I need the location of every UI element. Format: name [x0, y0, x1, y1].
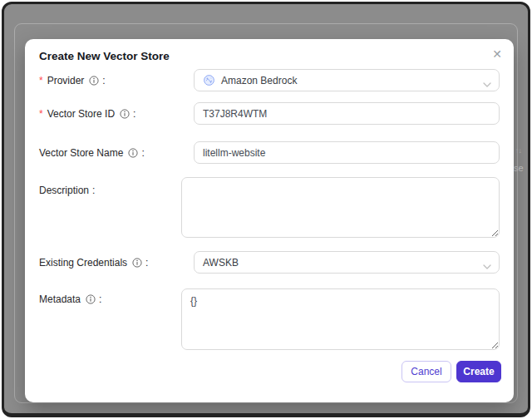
dimmed-browser-window: ↑↓ se Create New Vector Store ✕ * Provid… — [2, 2, 530, 417]
modal-title: Create New Vector Store — [39, 50, 170, 62]
label-colon: : — [99, 293, 101, 305]
label-colon: : — [145, 257, 148, 269]
existing-credentials-label: Existing Credentials : — [39, 257, 148, 269]
description-label: Description : — [39, 185, 95, 196]
chevron-down-icon — [483, 78, 491, 90]
info-icon[interactable] — [89, 76, 99, 86]
label-colon: : — [102, 75, 105, 86]
create-vector-store-modal: Create New Vector Store ✕ * Provider : A… — [25, 39, 514, 402]
required-marker: * — [39, 75, 43, 86]
vector-store-id-label-text: Vector Store ID — [47, 108, 115, 120]
provider-select[interactable]: Amazon Bedrock — [194, 69, 500, 91]
cancel-button[interactable]: Cancel — [401, 361, 451, 382]
screen: ↑↓ se Create New Vector Store ✕ * Provid… — [0, 0, 532, 419]
info-icon[interactable] — [128, 148, 138, 158]
vector-store-name-input[interactable] — [194, 141, 500, 164]
label-colon: : — [141, 147, 144, 159]
existing-credentials-select[interactable]: AWSKB — [194, 251, 500, 274]
existing-credentials-select-value: AWSKB — [203, 257, 239, 269]
close-icon[interactable]: ✕ — [488, 45, 506, 63]
metadata-label: Metadata : — [39, 293, 101, 305]
description-label-text: Description — [39, 185, 89, 196]
obscured-table-text: se — [514, 163, 524, 173]
vector-store-name-label: Vector Store Name : — [39, 147, 145, 159]
info-icon[interactable] — [120, 109, 130, 119]
metadata-textarea[interactable]: {} — [181, 288, 500, 350]
label-colon: : — [92, 185, 95, 196]
vector-store-id-input[interactable] — [194, 102, 500, 125]
provider-select-value: Amazon Bedrock — [221, 75, 297, 86]
sort-icon: ↑↓ — [515, 146, 521, 155]
bedrock-icon — [203, 74, 215, 86]
vector-store-id-label: * Vector Store ID : — [39, 108, 135, 120]
label-colon: : — [133, 108, 135, 120]
provider-label: * Provider : — [39, 75, 106, 86]
description-textarea[interactable] — [181, 177, 500, 238]
info-icon[interactable] — [132, 258, 142, 268]
provider-label-text: Provider — [47, 75, 85, 86]
chevron-down-icon — [483, 260, 491, 272]
info-icon[interactable] — [86, 294, 96, 304]
metadata-label-text: Metadata — [39, 293, 81, 305]
vector-store-name-label-text: Vector Store Name — [39, 147, 123, 159]
required-marker: * — [39, 108, 43, 120]
create-button[interactable]: Create — [456, 361, 501, 382]
existing-credentials-label-text: Existing Credentials — [39, 257, 127, 269]
